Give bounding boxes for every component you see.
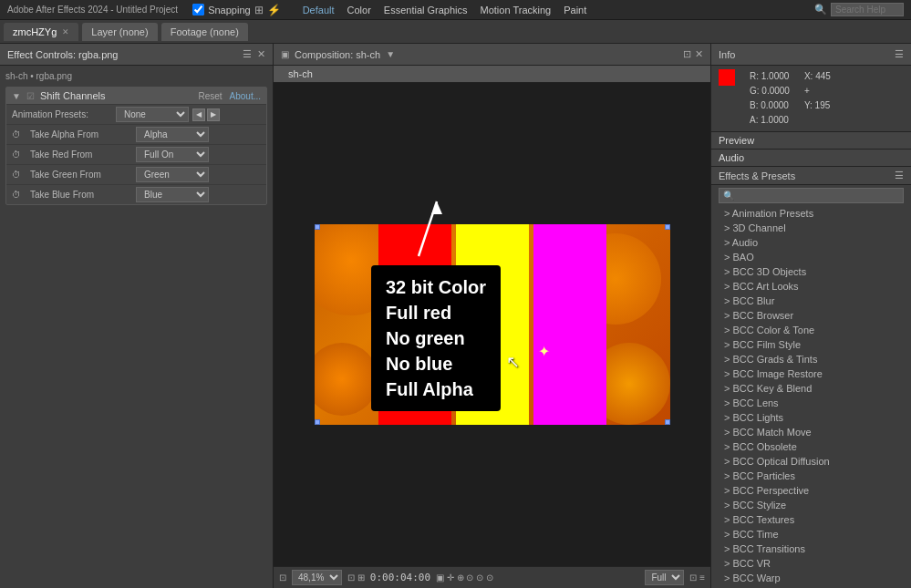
breadcrumb: sh-ch • rgba.png xyxy=(5,71,267,81)
svg-marker-1 xyxy=(431,201,442,214)
comp-name-bar: sh-ch xyxy=(274,66,710,83)
take-green-select[interactable]: Green xyxy=(136,167,209,182)
info-coords: X: 445 + Y: 195 xyxy=(804,69,831,128)
info-b: B: 0.0000 xyxy=(750,98,790,113)
take-alpha-select[interactable]: Alpha xyxy=(136,127,209,142)
tab-zmcHZYg[interactable]: zmcHZYg ✕ xyxy=(4,23,78,41)
panel-menu-icon[interactable]: ☰ xyxy=(243,48,252,60)
snapping-checkbox[interactable] xyxy=(192,4,204,15)
audio-title[interactable]: Audio xyxy=(711,150,911,166)
right-panel: Info ☰ R: 1.0000 G: 0.0000 B: 0.0000 A: … xyxy=(710,44,911,588)
effect-controls-content: sh-ch • rgba.png ▼ ☑ Shift Channels Rese… xyxy=(0,66,273,588)
ep-bcc-particles[interactable]: > BCC Particles xyxy=(711,469,911,483)
ep-bcc-warp[interactable]: > BCC Warp xyxy=(711,571,911,585)
selection-handle-br xyxy=(665,419,670,425)
about-button[interactable]: About... xyxy=(230,91,261,101)
magenta-strip xyxy=(533,224,606,425)
comp-maximize-icon[interactable]: ⊡ xyxy=(683,48,691,60)
preview-title[interactable]: Preview xyxy=(711,132,911,149)
info-title: Info xyxy=(719,49,735,60)
ep-bcc-vr[interactable]: > BCC VR xyxy=(711,556,911,571)
panel-close-icon[interactable]: ✕ xyxy=(257,48,265,60)
reset-button[interactable]: Reset xyxy=(198,91,222,101)
workspace-motion-tracking[interactable]: Motion Tracking xyxy=(481,5,552,15)
effects-presets-list: > Animation Presets > 3D Channel > Audio… xyxy=(711,206,911,588)
comp-header-right: ⊡ ✕ xyxy=(683,48,703,60)
effects-presets-title: Effects & Presets xyxy=(719,170,795,181)
ep-bcc-image-restore[interactable]: > BCC Image Restore xyxy=(711,366,911,381)
comp-extra-icons: ⊡ ≡ xyxy=(689,573,705,583)
snapping-area: Snapping ⊞ ⚡ xyxy=(192,4,281,16)
comp-timecode: 0:00:04:00 xyxy=(370,572,430,583)
comp-footer: ⊡ 48,1% ⊡ ⊞ 0:00:04:00 ▣ ✛ ⊕ ⊙ ⊙ ⊙ Full … xyxy=(274,566,710,588)
cursor-indicator: ↖ xyxy=(506,352,520,372)
take-blue-select[interactable]: Blue xyxy=(136,187,209,202)
comp-zoom-select[interactable]: 48,1% xyxy=(292,570,342,585)
workspace-color[interactable]: Color xyxy=(347,5,371,15)
tab-footage-none[interactable]: Footage (none) xyxy=(161,23,248,41)
ep-animation-presets[interactable]: > Animation Presets xyxy=(711,206,911,221)
tab-label-zmcHZYg: zmcHZYg xyxy=(13,26,57,37)
ep-bcc-optical-diffusion[interactable]: > BCC Optical Diffusion xyxy=(711,454,911,469)
comp-header-icon: ▣ xyxy=(281,49,289,59)
ep-bcc-3d-objects[interactable]: > BCC 3D Objects xyxy=(711,264,911,279)
comp-fit-icons: ⊡ ⊞ xyxy=(347,573,365,583)
comp-close-icon[interactable]: ✕ xyxy=(695,48,703,60)
yellow-strip xyxy=(456,224,529,425)
search-input[interactable] xyxy=(831,3,904,16)
snapping-icon: ⊞ xyxy=(254,4,264,16)
ep-bcc-lens[interactable]: > BCC Lens xyxy=(711,396,911,410)
ep-bcc-perspective[interactable]: > BCC Perspective xyxy=(711,483,911,498)
effects-presets-search-area xyxy=(711,185,911,206)
workspace-essential-graphics[interactable]: Essential Graphics xyxy=(384,5,468,15)
info-y: Y: 195 xyxy=(804,98,831,113)
effects-presets-search[interactable] xyxy=(719,188,904,203)
ep-bcc-blur[interactable]: > BCC Blur xyxy=(711,294,911,308)
info-menu-icon[interactable]: ☰ xyxy=(895,48,904,60)
info-x: X: 445 xyxy=(804,69,831,84)
workspace-default[interactable]: Default xyxy=(303,5,335,15)
ep-bcc-grads-tints[interactable]: > BCC Grads & Tints xyxy=(711,352,911,366)
comp-menu-arrow[interactable]: ▼ xyxy=(386,49,395,59)
ep-bcc-match-move[interactable]: > BCC Match Move xyxy=(711,425,911,439)
ep-bcc-textures[interactable]: > BCC Textures xyxy=(711,512,911,527)
ep-bcc-key-blend[interactable]: > BCC Key & Blend xyxy=(711,381,911,396)
anim-presets-select[interactable]: None xyxy=(116,107,189,122)
audio-section: Audio xyxy=(711,150,911,167)
ep-bao[interactable]: > BAO xyxy=(711,250,911,264)
comp-resolution-select[interactable]: Full xyxy=(645,570,684,585)
nav-next-arrow[interactable]: ▶ xyxy=(207,108,220,121)
info-values: R: 1.0000 G: 0.0000 B: 0.0000 A: 1.0000 xyxy=(750,69,790,128)
ep-bcc-art-looks[interactable]: > BCC Art Looks xyxy=(711,279,911,294)
tab-row: zmcHZYg ✕ Layer (none) Footage (none) xyxy=(0,20,911,44)
selection-handle-tl xyxy=(315,224,320,230)
ep-bcc-stylize[interactable]: > BCC Stylize xyxy=(711,498,911,512)
effect-controls-title: Effect Controls: rgba.png xyxy=(7,49,118,60)
comp-canvas-area[interactable]: ↖ ✦ 32 bit Color Full red No green No bl… xyxy=(274,83,710,566)
ep-bcc-time[interactable]: > BCC Time xyxy=(711,527,911,542)
selection-handle-tr xyxy=(665,224,670,230)
tab-close-zmcHZYg[interactable]: ✕ xyxy=(62,27,69,36)
take-red-select[interactable]: Full On xyxy=(136,147,209,162)
effects-presets-menu-icon[interactable]: ☰ xyxy=(895,170,904,181)
ep-bcc-obsolete[interactable]: > BCC Obsolete xyxy=(711,439,911,454)
nav-prev-arrow[interactable]: ◀ xyxy=(192,108,205,121)
ep-bcc-lights[interactable]: > BCC Lights xyxy=(711,410,911,425)
ep-bcc-film-style[interactable]: > BCC Film Style xyxy=(711,337,911,352)
effect-checkbox-icon: ☑ xyxy=(26,91,35,101)
workspace-paint[interactable]: Paint xyxy=(564,5,586,15)
ep-bcc-browser[interactable]: > BCC Browser xyxy=(711,308,911,323)
ep-audio[interactable]: > Audio xyxy=(711,235,911,250)
take-red-row: ⏱ Take Red From Full On xyxy=(6,144,266,164)
ep-bcc-transitions[interactable]: > BCC Transitions xyxy=(711,542,911,556)
tab-layer-none[interactable]: Layer (none) xyxy=(82,23,157,41)
effect-title-bar[interactable]: ▼ ☑ Shift Channels Reset About... xyxy=(6,88,266,104)
ep-bcc-color-tone[interactable]: > BCC Color & Tone xyxy=(711,323,911,337)
main-content-area: Effect Controls: rgba.png ☰ ✕ sh-ch • rg… xyxy=(0,44,911,588)
comp-header-title: Composition: sh-ch xyxy=(295,49,380,60)
info-section: Info ☰ R: 1.0000 G: 0.0000 B: 0.0000 A: … xyxy=(711,44,911,132)
preview-section: Preview xyxy=(711,132,911,150)
ep-3d-channel[interactable]: > 3D Channel xyxy=(711,221,911,235)
comp-name-tag: sh-ch xyxy=(281,67,320,81)
take-blue-row: ⏱ Take Blue From Blue xyxy=(6,184,266,204)
